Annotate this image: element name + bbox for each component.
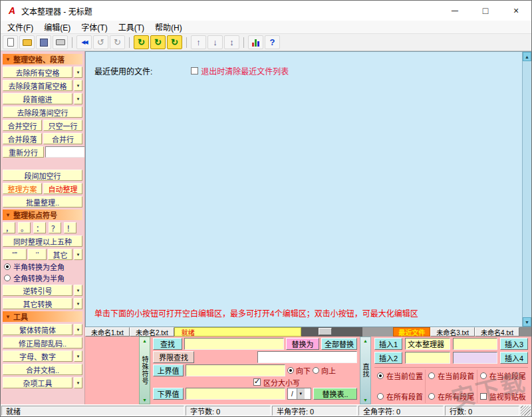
menu-tools[interactable]: 工具(T) (113, 21, 150, 33)
tab-untitled-2[interactable]: 未命名2.txt (130, 327, 174, 337)
statistics-button[interactable] (248, 35, 263, 49)
punct-period-button[interactable]: 。 (18, 222, 31, 233)
reverse-quotes-button[interactable]: 逆转引号 (3, 285, 72, 296)
vertical-scrollbar[interactable]: ▲ ▼ (522, 52, 531, 327)
remove-all-spaces-dropdown[interactable]: ▼ (74, 67, 82, 78)
arrow-up-icon[interactable]: ▲ (363, 339, 368, 343)
reverse-quotes-dropdown[interactable]: ▼ (74, 285, 82, 296)
radio-current-para-start[interactable]: 在当前段首 (428, 370, 476, 381)
print-button[interactable] (53, 35, 68, 49)
quick-organize-3-button[interactable]: ↻ (167, 35, 182, 49)
remove-blank-lines-button[interactable]: 去除段落间空行 (3, 106, 82, 118)
remove-para-edge-spaces-dropdown[interactable]: ▼ (74, 80, 82, 91)
new-file-button[interactable] (3, 35, 18, 49)
insert-3-input[interactable] (453, 338, 498, 350)
misc-tools-dropdown[interactable]: ▼ (74, 377, 82, 388)
trad-to-simp-dropdown[interactable]: ▼ (74, 324, 82, 335)
replace-table-button[interactable]: 替换表.. (313, 388, 357, 400)
merge-paragraphs-button[interactable]: 合并段落 (3, 133, 42, 144)
merge-blank-lines-button[interactable]: 合并空行 (3, 120, 42, 131)
arrow-up-icon[interactable]: ▲ (142, 339, 147, 343)
go-first-button[interactable]: ◀◀ (76, 35, 92, 49)
merge-lines-button[interactable]: 合并行 (43, 133, 82, 144)
letters-digits-button[interactable]: 字母、数字 (3, 350, 72, 362)
tab-untitled-4[interactable]: 未命名4.txt (475, 327, 519, 337)
radio-direction-up[interactable]: 向上 (313, 365, 336, 376)
keep-one-blank-button[interactable]: 只空一行 (43, 120, 82, 131)
rewrap-button[interactable]: 重新分行 (3, 146, 44, 158)
minimize-button[interactable]: ─ (440, 1, 470, 21)
quick-find-strip[interactable]: ▲ 直找 ▼ (360, 337, 371, 404)
add-blank-between-button[interactable]: 段间加空行 (3, 170, 82, 181)
help-button[interactable]: ? (265, 35, 280, 49)
insert-1-input[interactable] (405, 338, 450, 350)
other-convert-button[interactable]: 其它转换 (3, 298, 72, 309)
single-quotes-button[interactable]: ‘’ (28, 249, 47, 260)
move-up-button[interactable]: ↑ (191, 35, 206, 49)
lower-bound-input[interactable] (186, 388, 285, 400)
merge-docs-button[interactable]: 合并文档.. (3, 364, 82, 375)
find-button[interactable]: 查找 (153, 338, 182, 350)
redo-button[interactable]: ↻ (110, 35, 125, 49)
replace-all-button[interactable]: 全部替换 (321, 338, 357, 350)
case-sensitive-checkbox[interactable]: 区分大小写 (253, 377, 300, 388)
auto-organize-button[interactable]: 自动整理 (43, 183, 82, 194)
menu-file[interactable]: 文件(F) (2, 21, 39, 33)
other-convert-dropdown[interactable]: ▼ (74, 298, 82, 309)
quick-organize-1-button[interactable]: ↻ (134, 35, 149, 49)
double-quotes-button[interactable]: “” (3, 249, 27, 260)
section-header-spaces[interactable]: ▼ 整理空格、段落 (3, 54, 82, 65)
upper-bound-button[interactable]: 上界值 (153, 364, 184, 376)
tab-recent-files[interactable]: 最近文件 (393, 327, 430, 337)
insert-4-button[interactable]: 插入4 (500, 352, 528, 364)
tab-scrollbar[interactable] (301, 327, 362, 337)
letters-digits-dropdown[interactable]: ▼ (74, 350, 82, 362)
misc-tools-button[interactable]: 杂项工具 (3, 377, 72, 388)
punct-comma-button[interactable]: ， (3, 222, 15, 233)
other-punct-button[interactable]: 其它 (48, 249, 72, 260)
remove-all-spaces-button[interactable]: 去除所有空格 (3, 67, 72, 78)
other-punct-dropdown[interactable]: ▼ (74, 249, 82, 260)
menu-font[interactable]: 字体(T) (76, 21, 112, 33)
scroll-up-icon[interactable]: ▲ (523, 52, 531, 61)
separator-dropdown[interactable]: / ▼ (287, 388, 311, 400)
watch-clipboard-checkbox[interactable]: 监视剪贴板 (480, 391, 528, 402)
arrow-down-icon[interactable]: ▼ (142, 398, 147, 402)
lower-bound-button[interactable]: 下界值 (153, 388, 184, 400)
menu-edit[interactable]: 编辑(E) (39, 21, 76, 33)
tab-untitled-1[interactable]: 未命名1.txt (85, 327, 130, 337)
punct-exclaim-button[interactable]: ！ (64, 222, 76, 233)
radio-direction-down[interactable]: 向下 (287, 365, 311, 376)
move-down-button[interactable]: ↓ (207, 35, 223, 49)
menu-help[interactable]: 帮助(H) (150, 21, 188, 33)
upper-bound-input[interactable] (186, 364, 285, 376)
tab-scrollbar-thumb[interactable] (319, 328, 332, 335)
insert-2-input[interactable] (405, 352, 450, 364)
close-button[interactable]: × (501, 1, 531, 21)
insert-3-button[interactable]: 插入3 (500, 338, 528, 350)
indent-first-line-dropdown[interactable]: ▼ (74, 93, 82, 104)
find-input[interactable] (184, 338, 284, 350)
fix-garbled-button[interactable]: 修正局部乱码.. (3, 337, 82, 348)
radio-half-to-full[interactable]: 半角转换为全角 (4, 262, 81, 271)
organize-all-five-button[interactable]: 同时整理以上五种 (3, 235, 82, 247)
arrow-down-icon[interactable]: ▼ (363, 398, 368, 402)
rewrap-length-input[interactable] (45, 146, 85, 158)
insert-1-button[interactable]: 插入1 (374, 338, 402, 350)
maximize-button[interactable]: □ (470, 1, 501, 21)
trad-to-simp-button[interactable]: 繁体转简体 (3, 324, 72, 335)
clear-recent-checkbox[interactable]: 退出时清除最近文件列表 (191, 65, 289, 76)
bounded-find-button[interactable]: 界限查找 (153, 351, 194, 363)
section-header-tools[interactable]: ▼ 工具 (3, 311, 82, 322)
replace-with-input[interactable] (257, 351, 357, 363)
expand-button[interactable]: ↕ (224, 35, 239, 49)
checkbox-icon[interactable] (191, 67, 198, 74)
save-button[interactable] (36, 35, 51, 49)
indent-first-line-button[interactable]: 段首缩进 (3, 93, 72, 104)
open-file-button[interactable] (19, 35, 35, 49)
section-header-punctuation[interactable]: ▼ 整理标点符号 (3, 209, 82, 220)
radio-current-position[interactable]: 在当前位置 (377, 370, 425, 381)
remove-para-edge-spaces-button[interactable]: 去除段落首尾空格 (3, 80, 72, 91)
tab-untitled-3[interactable]: 未命名3.txt (430, 327, 475, 337)
radio-all-para-end[interactable]: 在所有段尾 (428, 391, 476, 402)
